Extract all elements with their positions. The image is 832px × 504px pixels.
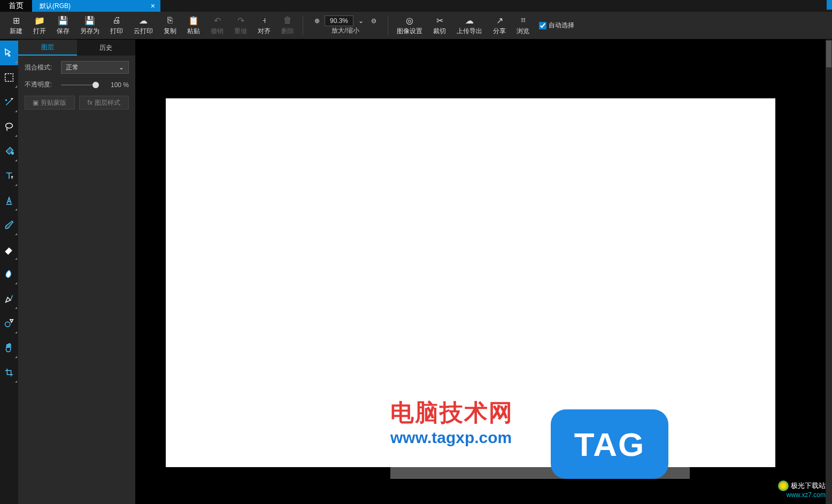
toolbar-item2-label-0: 图像设置 — [397, 27, 422, 36]
toolbar-item-9: ↷重做 — [229, 13, 252, 38]
toolbar-item-3[interactable]: 💾另存为 — [75, 13, 105, 38]
toolbar-item-4[interactable]: 🖨打印 — [105, 13, 128, 38]
auto-select-input[interactable] — [539, 22, 546, 29]
tool-submenu-indicator — [15, 135, 17, 137]
toolbar-item-label-5: 云打印 — [134, 27, 153, 36]
toolbar-item2-label-4: 浏览 — [517, 27, 529, 36]
toolbar-item-label-9: 重做 — [234, 27, 247, 36]
tool-submenu-indicator — [15, 356, 17, 358]
toolbar-item-label-3: 另存为 — [80, 27, 99, 36]
tool-submenu-indicator — [15, 110, 17, 112]
toolbar-item-label-2: 保存 — [57, 27, 70, 36]
blend-mode-value: 正常 — [66, 63, 79, 72]
toolbar-item-2[interactable]: 💾保存 — [51, 13, 75, 38]
tool-submenu-indicator — [15, 233, 17, 235]
toolbar-item-1[interactable]: 📁打开 — [28, 13, 51, 38]
toolbar-item2-4[interactable]: ⌗浏览 — [511, 13, 535, 38]
tool-submenu-indicator — [15, 184, 17, 186]
toolbar-item-icon-5: ☁ — [139, 15, 148, 26]
close-tab-icon[interactable]: × — [151, 2, 155, 10]
paint-bucket-tool[interactable] — [0, 139, 18, 164]
watermark-text: 电脑技术网 www.tagxp.com — [390, 397, 513, 447]
toolbar-item-label-0: 新建 — [10, 27, 22, 36]
shape-tool[interactable] — [0, 311, 18, 336]
toolbar-item-icon-10: ⫞ — [262, 15, 266, 26]
toolbar-item-label-4: 打印 — [110, 27, 123, 36]
toolbar-item2-2[interactable]: ☁上传导出 — [451, 13, 488, 38]
scrollbar-thumb[interactable] — [826, 41, 831, 67]
tag-badge: TAG — [551, 409, 668, 479]
brush-tool[interactable] — [0, 213, 18, 237]
toolbar-item-10[interactable]: ⫞对齐 — [252, 13, 276, 38]
auto-select-checkbox[interactable]: 自动选择 — [539, 21, 574, 30]
toolbar-item-icon-11: 🗑 — [283, 15, 292, 26]
svg-point-3 — [12, 152, 14, 154]
vertical-scrollbar[interactable] — [826, 40, 832, 504]
swirl-icon — [778, 480, 789, 491]
hand-tool[interactable] — [0, 336, 18, 360]
toolbar-item-icon-3: 💾 — [84, 15, 95, 26]
zoom-out-icon[interactable]: ⊖ — [368, 15, 379, 26]
toolbar-item-11: 🗑删除 — [276, 13, 299, 38]
canvas-viewport[interactable]: 电脑技术网 www.tagxp.com TAG 极光下载站 www.xz7.co… — [136, 40, 832, 504]
toolbar-item-icon-8: ↶ — [214, 15, 221, 26]
toolbar-separator — [303, 16, 303, 35]
clipping-mask-button[interactable]: ▣ 剪贴蒙版 — [25, 96, 75, 110]
toolbar-item2-icon-3: ↗ — [496, 15, 503, 26]
tool-submenu-indicator — [15, 282, 17, 284]
svg-point-5 — [5, 322, 10, 327]
title-bar: 首页 默认(RGB) × — [0, 0, 832, 12]
smudge-tool[interactable] — [0, 262, 18, 286]
lasso-tool[interactable] — [0, 114, 18, 139]
svg-rect-0 — [5, 74, 13, 82]
tab-layers[interactable]: 图层 — [18, 40, 77, 56]
toolbar-item2-icon-2: ☁ — [465, 15, 474, 26]
zoom-dropdown-icon[interactable]: ⌄ — [356, 15, 366, 26]
tab-history[interactable]: 历史 — [77, 40, 136, 56]
layer-style-button[interactable]: fx 图层样式 — [79, 96, 129, 110]
zoom-group: ⊕ ⌄ ⊖ 放大/缩小 — [306, 15, 384, 35]
opacity-slider[interactable] — [61, 81, 99, 89]
toolbar-item2-0[interactable]: ◎图像设置 — [391, 13, 428, 38]
toolbar-item-label-7: 粘贴 — [187, 27, 200, 36]
collapse-handle[interactable] — [827, 0, 832, 10]
toolbar-item-label-6: 复制 — [164, 27, 176, 36]
fx-icon: fx — [88, 99, 93, 106]
zoom-in-icon[interactable]: ⊕ — [312, 15, 322, 26]
text-style-tool[interactable] — [0, 188, 18, 213]
watermark-title: 电脑技术网 — [390, 397, 513, 429]
toolbar-item2-3[interactable]: ↗分享 — [488, 13, 511, 38]
toolbar-item-6[interactable]: ⎘复制 — [158, 13, 182, 38]
move-tool[interactable] — [0, 41, 18, 65]
tool-submenu-indicator — [15, 159, 17, 161]
svg-point-1 — [6, 99, 7, 100]
toolbar-item-5[interactable]: ☁云打印 — [128, 13, 158, 38]
toolbar-separator — [388, 16, 388, 35]
watermark-url: www.tagxp.com — [390, 429, 513, 447]
blend-mode-select[interactable]: 正常 ⌄ — [61, 61, 129, 74]
toolbar-item-label-10: 对齐 — [258, 27, 271, 36]
blend-mode-label: 混合模式: — [25, 63, 57, 72]
main-area: 图层 历史 混合模式: 正常 ⌄ 不透明度: 100 % — [0, 40, 832, 504]
opacity-value: 100 % — [103, 81, 129, 89]
marquee-tool[interactable] — [0, 65, 18, 90]
home-tab[interactable]: 首页 — [0, 0, 32, 12]
tool-submenu-indicator — [15, 381, 17, 383]
zoom-input[interactable] — [325, 15, 353, 26]
toolbar-item-0[interactable]: ⊞新建 — [4, 13, 28, 38]
toolbar-item2-1[interactable]: ✂裁切 — [428, 13, 451, 38]
eraser-tool[interactable] — [0, 237, 18, 262]
canvas[interactable]: 电脑技术网 www.tagxp.com TAG — [166, 98, 775, 467]
tool-submenu-indicator — [15, 86, 17, 88]
toolbar-item2-icon-1: ✂ — [436, 15, 443, 26]
toolbar-item-7[interactable]: 📋粘贴 — [182, 13, 205, 38]
text-tool[interactable] — [0, 164, 18, 188]
toolbar-item-icon-4: 🖨 — [112, 15, 121, 26]
pen-tool[interactable] — [0, 286, 18, 311]
tool-submenu-indicator — [15, 258, 17, 260]
crop-tool[interactable] — [0, 360, 18, 385]
document-tab[interactable]: 默认(RGB) × — [32, 0, 160, 12]
corner-logo: 极光下载站 www.xz7.com — [778, 480, 826, 499]
toolbar-item-icon-0: ⊞ — [13, 15, 20, 26]
magic-wand-tool[interactable] — [0, 90, 18, 114]
